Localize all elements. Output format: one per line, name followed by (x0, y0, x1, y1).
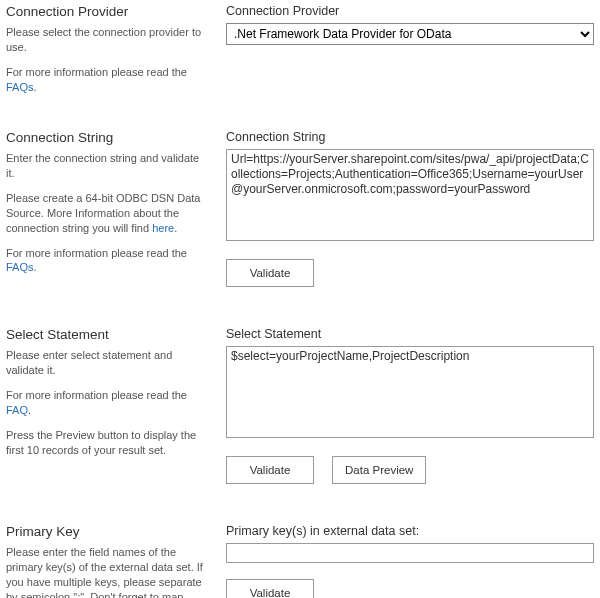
link-provider-faqs[interactable]: FAQs (6, 81, 34, 93)
text-select-faq: For more information please read the FAQ… (6, 388, 204, 418)
section-primary-key: Primary Key Please enter the field names… (6, 524, 594, 598)
link-connstr-here[interactable]: here (152, 222, 174, 234)
text-connstr-faq: For more information please read the FAQ… (6, 246, 204, 276)
section-select-statement: Select Statement Please enter select sta… (6, 327, 594, 484)
text-provider-faq: For more information please read the FAQ… (6, 65, 204, 95)
button-data-preview[interactable]: Data Preview (332, 456, 426, 484)
button-pk-validate[interactable]: Validate (226, 579, 314, 598)
text-select-preview: Press the Preview button to display the … (6, 428, 204, 458)
text-connstr-odbc: Please create a 64-bit ODBC DSN Data Sou… (6, 191, 204, 236)
button-select-validate[interactable]: Validate (226, 456, 314, 484)
label-connection-string: Connection String (226, 130, 594, 144)
button-connection-validate[interactable]: Validate (226, 259, 314, 287)
heading-primary-key: Primary Key (6, 524, 204, 539)
text-connstr-instruction: Enter the connection string and validate… (6, 151, 204, 181)
link-select-faq[interactable]: FAQ (6, 404, 28, 416)
text-pk-instruction: Please enter the field names of the prim… (6, 545, 204, 598)
heading-connection-provider: Connection Provider (6, 4, 204, 19)
section-connection-string: Connection String Enter the connection s… (6, 130, 594, 287)
label-connection-provider: Connection Provider (226, 4, 594, 18)
text-select-instruction: Please enter select statement and valida… (6, 348, 204, 378)
link-connstr-faqs[interactable]: FAQs (6, 261, 34, 273)
textarea-select-statement[interactable] (226, 346, 594, 438)
heading-select-statement: Select Statement (6, 327, 204, 342)
heading-connection-string: Connection String (6, 130, 204, 145)
textarea-connection-string[interactable] (226, 149, 594, 241)
section-connection-provider: Connection Provider Please select the co… (6, 4, 594, 104)
label-select-statement: Select Statement (226, 327, 594, 341)
input-primary-key[interactable] (226, 543, 594, 563)
label-primary-key: Primary key(s) in external data set: (226, 524, 594, 538)
select-connection-provider[interactable]: .Net Framework Data Provider for OData (226, 23, 594, 45)
text-provider-instruction: Please select the connection provider to… (6, 25, 204, 55)
